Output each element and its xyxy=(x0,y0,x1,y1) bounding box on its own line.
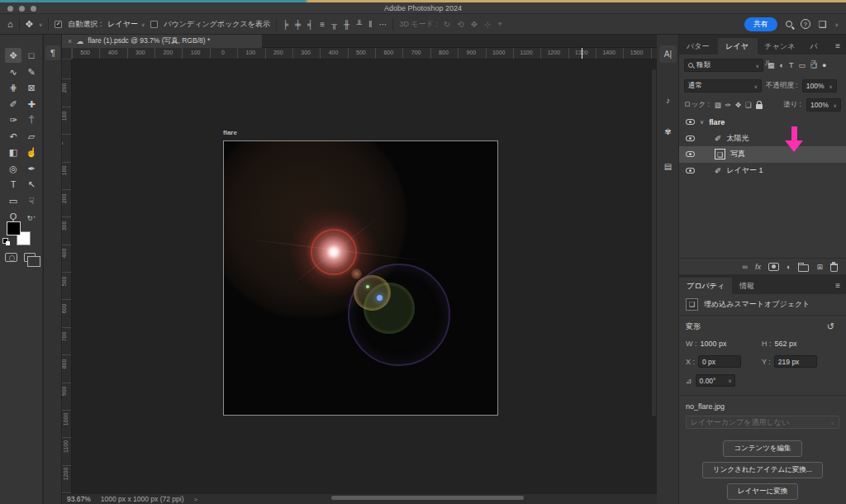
lock-image-pixels-icon[interactable]: ✑ xyxy=(725,101,731,109)
layer-filter-type-dropdown[interactable]: 種類 ∨ xyxy=(684,59,763,72)
vertical-ruler[interactable]: 2001000100200300400500600700800900100011… xyxy=(62,59,72,493)
eyedropper-tool[interactable]: ✐ xyxy=(5,97,21,112)
eraser-tool[interactable]: ▱ xyxy=(23,129,40,144)
notes-panel-icon[interactable]: ♪ xyxy=(659,92,677,109)
canvas-pasteboard[interactable]: flare xyxy=(72,59,657,493)
align-bottom-edges-icon[interactable]: ╨ xyxy=(356,20,362,29)
align-right-edges-icon[interactable]: ╡ xyxy=(307,20,313,29)
lock-transparent-pixels-icon[interactable]: ▨ xyxy=(715,101,721,109)
lasso-tool[interactable]: ∿ xyxy=(5,64,21,79)
frame-tool[interactable]: ⊠ xyxy=(23,80,40,95)
swap-colors-icon[interactable]: ↻ xyxy=(27,215,33,222)
history-brush-tool[interactable]: ↶ xyxy=(5,129,21,144)
x-position-input[interactable]: 0 px xyxy=(698,355,741,368)
libraries-panel-icon[interactable]: ▤ xyxy=(659,158,677,175)
new-adjustment-layer-icon[interactable]: ◐ xyxy=(787,263,791,271)
lock-position-icon[interactable]: ✥ xyxy=(735,101,741,109)
layer-visibility-icon[interactable] xyxy=(686,136,695,141)
healing-brush-tool[interactable]: ✚ xyxy=(23,97,40,112)
add-layer-mask-icon[interactable] xyxy=(768,263,779,271)
distribute-horizontally-icon[interactable]: ≡ xyxy=(320,20,325,29)
quick-selection-tool[interactable]: ✎ xyxy=(23,64,40,79)
pen-tool[interactable]: ✒ xyxy=(23,161,40,176)
reset-transform-icon[interactable]: ↺ xyxy=(827,321,834,332)
rectangle-tool[interactable]: ▭ xyxy=(5,193,21,208)
document-tab[interactable]: × ☁ flare (1).psdc @ 93.7% (写真, RGB/8) * xyxy=(62,35,262,48)
new-layer-icon[interactable]: ⊞ xyxy=(816,263,823,271)
chevron-down-icon[interactable]: ∨ xyxy=(835,21,839,27)
brush-tool[interactable]: ✑ xyxy=(5,112,21,127)
share-button[interactable]: 共有 xyxy=(744,17,777,31)
filtering-toggle-icon[interactable]: ● xyxy=(822,61,826,69)
edit-contents-button[interactable]: コンテンツを編集 xyxy=(723,440,801,457)
lock-all-icon[interactable] xyxy=(756,104,763,109)
auto-select-checkbox[interactable]: ✓ xyxy=(55,21,62,28)
filter-pixel-layers-icon[interactable]: ▦ xyxy=(768,61,775,69)
filter-smart-objects-icon[interactable]: ❏ xyxy=(810,61,817,69)
align-left-edges-icon[interactable]: ╞ xyxy=(283,20,288,29)
status-chevron-icon[interactable]: > xyxy=(194,496,198,503)
properties-tab-0[interactable]: プロパティ xyxy=(679,278,732,294)
ruler-origin-corner[interactable] xyxy=(62,48,72,59)
move-tool[interactable]: ✥ xyxy=(5,48,21,63)
blend-mode-dropdown[interactable]: 通常 ∨ xyxy=(684,79,762,93)
properties-tab-1[interactable]: 情報 xyxy=(732,278,762,294)
clone-stamp-tool[interactable]: ⍑ xyxy=(23,112,40,127)
help-icon[interactable]: ? xyxy=(801,19,810,29)
color-panel-icon[interactable]: ✾ xyxy=(659,123,677,140)
layers-dock-tab-1[interactable]: レイヤー xyxy=(718,38,757,55)
align-vertical-centers-icon[interactable]: ╫ xyxy=(344,20,349,29)
align-top-edges-icon[interactable]: ╥ xyxy=(331,20,337,29)
new-group-icon[interactable] xyxy=(798,264,809,272)
chevron-down-icon[interactable]: ∨ xyxy=(39,21,42,27)
horizontal-ruler[interactable]: 5004003002001000100200300400500600700800… xyxy=(72,48,657,59)
horizontal-scrollbar[interactable] xyxy=(331,496,524,500)
path-selection-tool[interactable]: ↖ xyxy=(23,177,40,192)
opacity-dropdown[interactable]: 100% ∨ xyxy=(802,79,837,93)
group-expand-icon[interactable]: ∨ xyxy=(700,119,704,126)
layer-row[interactable]: ✐太陽光 xyxy=(679,131,846,147)
close-tab-icon[interactable]: × xyxy=(68,37,72,45)
crop-tool[interactable]: ⋕ xyxy=(5,80,21,95)
foreground-color-swatch[interactable] xyxy=(7,221,21,235)
move-tool-preset-icon[interactable]: ✥ xyxy=(26,19,33,30)
hand-tool[interactable]: ☟ xyxy=(23,193,40,208)
delete-layer-icon[interactable] xyxy=(830,264,838,272)
smudge-tool[interactable]: ☝ xyxy=(23,145,40,159)
layers-dock-tab-3[interactable]: パス xyxy=(802,38,829,55)
rotate-angle-dropdown[interactable]: 0.00° ∨ xyxy=(696,374,735,387)
distribute-vertically-icon[interactable]: ‖ xyxy=(368,20,372,29)
artboard-label[interactable]: flare xyxy=(223,129,237,136)
dodge-tool[interactable]: ◎ xyxy=(5,161,21,176)
layer-row[interactable]: ❏写真 xyxy=(679,146,846,163)
canvas-image[interactable] xyxy=(223,140,498,416)
more-align-options-icon[interactable]: ⋯ xyxy=(378,20,387,29)
layers-dock-tab-0[interactable]: パターン xyxy=(679,38,718,55)
type-tool[interactable]: T xyxy=(5,177,21,192)
document-size-info[interactable]: 1000 px x 1000 px (72 ppi) xyxy=(101,495,184,503)
paragraph-panel-icon[interactable]: ¶ xyxy=(45,45,60,60)
convert-to-linked-item-button[interactable]: リンクされたアイテムに変換... xyxy=(702,462,823,478)
link-layers-icon[interactable]: ∞ xyxy=(743,263,748,271)
home-icon[interactable]: ⌂ xyxy=(7,19,13,29)
layer-effects-icon[interactable]: fx xyxy=(755,263,761,271)
auto-select-target-dropdown[interactable]: レイヤー∨ xyxy=(107,19,145,30)
layer-visibility-icon[interactable] xyxy=(686,151,695,157)
layer-visibility-icon[interactable] xyxy=(686,168,695,174)
layer-row[interactable]: ✐レイヤー 1 xyxy=(679,163,846,179)
screen-mode-button[interactable] xyxy=(24,253,36,262)
panel-menu-icon[interactable]: ≡ xyxy=(829,38,846,55)
show-transform-controls-checkbox[interactable] xyxy=(150,21,158,28)
layer-row[interactable]: ∨flare xyxy=(679,114,846,131)
search-icon[interactable] xyxy=(786,21,792,27)
panel-menu-icon[interactable]: ≡ xyxy=(829,278,846,294)
character-panel-icon[interactable]: A| xyxy=(659,45,677,63)
lock-artboard-icon[interactable]: ❏ xyxy=(745,101,752,109)
rectangular-marquee-tool[interactable]: □ xyxy=(23,48,40,63)
quick-mask-mode-button[interactable] xyxy=(5,253,17,262)
vertical-scrollbar[interactable] xyxy=(652,69,656,416)
gradient-tool[interactable]: ◧ xyxy=(5,145,21,159)
layers-dock-tab-2[interactable]: チャンネル xyxy=(758,38,803,55)
fill-dropdown[interactable]: 100% ∨ xyxy=(806,98,841,112)
y-position-input[interactable]: 219 px xyxy=(774,355,817,368)
